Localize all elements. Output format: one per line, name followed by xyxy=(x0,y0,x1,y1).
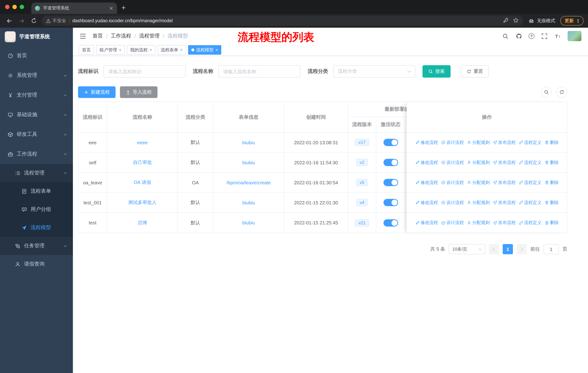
process-name-link[interactable]: 滔博 xyxy=(107,213,178,233)
url-text[interactable]: dashboard.yudao.iocoder.cn/bpm/manager/m… xyxy=(72,18,500,23)
action-delete[interactable]: 删除 xyxy=(545,179,559,186)
active-toggle[interactable] xyxy=(383,179,398,186)
tag-home[interactable]: 首页 xyxy=(79,45,94,55)
close-icon[interactable]: × xyxy=(149,48,152,52)
action-assign-rule[interactable]: 分配规则 xyxy=(467,220,490,226)
action-delete[interactable]: 删除 xyxy=(545,220,559,226)
address-bar[interactable]: 不安全 dashboard.yudao.iocoder.cn/bpm/manag… xyxy=(42,16,523,26)
search-icon[interactable] xyxy=(502,32,509,40)
form-info-link[interactable]: biubiu xyxy=(213,153,284,172)
sidebar-collapse-icon[interactable] xyxy=(79,32,87,40)
security-warning[interactable]: 不安全 xyxy=(46,18,66,24)
font-size-icon[interactable]: TT xyxy=(554,32,561,40)
form-info-link[interactable]: /bpm/oa/leave/create xyxy=(213,173,284,192)
action-design[interactable]: 设计流程 xyxy=(441,200,464,206)
action-delete[interactable]: 删除 xyxy=(545,139,559,146)
action-definition[interactable]: 流程定义 xyxy=(519,220,542,226)
action-edit[interactable]: 修改流程 xyxy=(415,220,438,226)
action-design[interactable]: 设计流程 xyxy=(441,179,464,186)
process-name-link[interactable]: 测试多审批人 xyxy=(107,193,178,212)
close-icon[interactable]: × xyxy=(119,48,121,52)
browser-update-button[interactable]: 更新 ⋮ xyxy=(560,16,584,26)
action-assign-rule[interactable]: 分配规则 xyxy=(467,179,490,186)
action-assign-rule[interactable]: 分配规则 xyxy=(467,200,490,206)
user-avatar[interactable] xyxy=(567,31,581,41)
reload-icon[interactable] xyxy=(29,16,39,26)
action-definition[interactable]: 流程定义 xyxy=(519,200,542,206)
active-toggle[interactable] xyxy=(383,199,398,206)
goto-page-input[interactable] xyxy=(544,244,559,254)
sidebar-item-process-form[interactable]: 流程表单 xyxy=(0,182,73,200)
close-icon[interactable]: × xyxy=(215,48,218,52)
create-process-button[interactable]: 新建流程 xyxy=(78,86,116,98)
action-assign-rule[interactable]: 分配规则 xyxy=(467,139,490,146)
sidebar-item-process-model[interactable]: 流程模型 xyxy=(0,219,73,237)
action-publish[interactable]: 发布流程 xyxy=(493,139,516,146)
new-tab-button[interactable]: + xyxy=(118,2,129,13)
action-publish[interactable]: 发布流程 xyxy=(493,220,516,226)
sidebar-item-system[interactable]: 系统管理 xyxy=(0,66,73,85)
action-definition[interactable]: 流程定义 xyxy=(519,179,542,186)
breadcrumb-workflow[interactable]: 工作流程 xyxy=(111,33,131,39)
process-name-input[interactable] xyxy=(218,65,300,78)
action-delete[interactable]: 删除 xyxy=(545,200,559,206)
sidebar-item-leave-query[interactable]: 请假查询 xyxy=(0,255,73,273)
active-toggle[interactable] xyxy=(383,219,398,226)
sidebar-item-infrastructure[interactable]: 基础设施 xyxy=(0,105,73,125)
zoom-window-button[interactable] xyxy=(20,5,24,9)
action-design[interactable]: 设计流程 xyxy=(441,220,464,226)
action-design[interactable]: 设计流程 xyxy=(441,139,464,146)
close-window-button[interactable] xyxy=(5,5,10,9)
action-edit[interactable]: 修改流程 xyxy=(415,159,438,166)
github-icon[interactable] xyxy=(515,32,522,40)
tab-close-icon[interactable]: ✕ xyxy=(109,6,113,11)
forward-icon[interactable] xyxy=(17,16,26,26)
sidebar-item-user-group[interactable]: 用户分组 xyxy=(0,200,73,219)
reset-button[interactable]: 重置 xyxy=(461,65,489,78)
action-assign-rule[interactable]: 分配规则 xyxy=(467,159,490,166)
active-toggle[interactable] xyxy=(383,159,398,166)
sidebar-item-dev-tools[interactable]: 研发工具 xyxy=(0,125,73,144)
action-edit[interactable]: 修改流程 xyxy=(415,139,438,146)
sidebar-item-home[interactable]: 首页 xyxy=(0,46,73,66)
page-number-1[interactable]: 1 xyxy=(503,244,513,254)
fullscreen-icon[interactable] xyxy=(541,32,548,40)
close-icon[interactable]: × xyxy=(180,48,183,52)
action-publish[interactable]: 发布流程 xyxy=(493,159,516,166)
breadcrumb-process-management[interactable]: 流程管理 xyxy=(139,33,160,39)
active-toggle[interactable] xyxy=(383,139,398,146)
minimize-window-button[interactable] xyxy=(12,5,17,9)
bookmark-star-icon[interactable] xyxy=(513,17,519,24)
form-info-link[interactable]: biubiu xyxy=(213,193,284,212)
refresh-table-button[interactable] xyxy=(556,87,567,98)
action-edit[interactable]: 修改流程 xyxy=(415,179,438,186)
action-design[interactable]: 设计流程 xyxy=(441,159,464,166)
toggle-search-button[interactable] xyxy=(541,87,552,98)
breadcrumb-home[interactable]: 首页 xyxy=(93,33,103,39)
sidebar-item-payment[interactable]: 支付管理 xyxy=(0,85,73,105)
action-edit[interactable]: 修改流程 xyxy=(415,200,438,206)
sidebar-item-process-management[interactable]: 流程管理 xyxy=(0,164,73,182)
action-publish[interactable]: 发布流程 xyxy=(493,179,516,186)
browser-menu-icon[interactable]: ⋮ xyxy=(576,18,580,23)
app-logo[interactable]: 芋道管理系统 xyxy=(0,28,73,46)
tag-my-process[interactable]: 我的流程× xyxy=(127,45,155,55)
sidebar-item-task-management[interactable]: 任务管理 xyxy=(0,237,73,255)
next-page-button[interactable] xyxy=(516,244,527,254)
process-name-link[interactable]: eeee xyxy=(107,133,178,152)
action-definition[interactable]: 流程定义 xyxy=(519,139,542,146)
page-size-select[interactable]: 10条/页 xyxy=(449,244,485,254)
password-key-icon[interactable] xyxy=(503,18,509,24)
process-name-link[interactable]: OA 请假 xyxy=(107,173,178,192)
category-select[interactable]: 流程分类 xyxy=(333,65,415,78)
action-publish[interactable]: 发布流程 xyxy=(493,200,516,206)
process-key-input[interactable] xyxy=(104,65,186,78)
help-icon[interactable] xyxy=(529,33,535,39)
action-definition[interactable]: 流程定义 xyxy=(519,159,542,166)
sidebar-item-workflow[interactable]: 工作流程 xyxy=(0,144,73,164)
back-icon[interactable] xyxy=(4,16,14,26)
import-process-button[interactable]: 导入流程 xyxy=(120,86,158,98)
action-delete[interactable]: 删除 xyxy=(545,159,559,166)
tag-process-model[interactable]: 流程模型× xyxy=(188,45,221,55)
form-info-link[interactable]: biubiu xyxy=(213,133,284,152)
